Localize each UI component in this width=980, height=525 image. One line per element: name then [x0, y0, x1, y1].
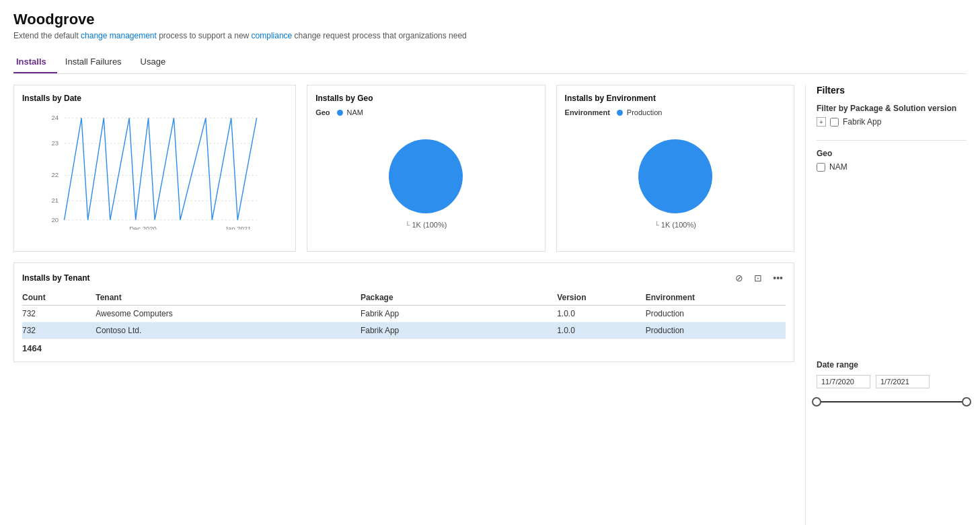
table-row[interactable]: 732 Contoso Ltd. Fabrik App 1.0.0 Produc… [22, 322, 786, 339]
expand-package-btn[interactable]: + [817, 117, 826, 127]
col-count: Count [22, 290, 96, 306]
filters-title: Filters [817, 85, 967, 96]
svg-text:20: 20 [52, 216, 59, 223]
env-legend-dot [617, 110, 623, 116]
geo-legend-dot [337, 110, 343, 116]
installs-by-geo-card: Installs by Geo Geo NAM └ 1K (100%) [307, 85, 545, 252]
svg-text:23: 23 [52, 139, 59, 147]
installs-by-tenant-section: Installs by Tenant ⊘ ⊡ ••• Count Tenant … [13, 262, 794, 362]
cell-version: 1.0.0 [557, 306, 646, 322]
cell-env: Production [646, 322, 786, 339]
col-tenant: Tenant [96, 290, 307, 306]
col-version: Version [557, 290, 646, 306]
table-row[interactable]: 732 Awesome Computers Fabrik App 1.0.0 P… [22, 306, 786, 322]
slider-track [817, 401, 967, 403]
cell-version: 1.0.0 [557, 322, 646, 339]
table-actions: ⊘ ⊡ ••• [732, 271, 786, 285]
cell-tenant: Awesome Computers [96, 306, 307, 322]
filters-sidebar: Filters Filter by Package & Solution ver… [805, 85, 967, 525]
cell-count: 732 [22, 322, 96, 339]
date-inputs [817, 375, 967, 388]
col-package: Package [307, 290, 557, 306]
slider-thumb-left[interactable] [812, 397, 821, 407]
cell-tenant: Contoso Ltd. [96, 322, 307, 339]
tab-install-failures[interactable]: Install Failures [63, 51, 133, 73]
geo-filter-title: Geo [817, 149, 967, 158]
svg-text:21: 21 [52, 197, 59, 204]
geo-checkbox[interactable] [817, 163, 825, 172]
cell-env: Production [646, 306, 786, 322]
installs-table: Count Tenant Package Version Environment… [22, 290, 786, 339]
date-range-slider [817, 395, 967, 409]
cell-count: 732 [22, 306, 96, 322]
date-start-input[interactable] [817, 375, 870, 388]
installs-by-date-card: Installs by Date 24 23 22 21 20 [13, 85, 296, 252]
svg-text:24: 24 [52, 114, 59, 121]
cell-package: Fabrik App [307, 322, 557, 339]
filter-button[interactable]: ⊘ [732, 271, 746, 285]
more-options-button[interactable]: ••• [770, 271, 786, 285]
app-title: Woodgrove [13, 11, 967, 28]
svg-point-13 [638, 139, 712, 213]
installs-by-geo-title: Installs by Geo [315, 94, 536, 103]
package-filter-item: + Fabrik App [817, 117, 967, 127]
geo-filter-item: NAM [817, 162, 967, 172]
col-environment: Environment [646, 290, 786, 306]
installs-by-env-title: Installs by Environment [565, 94, 786, 103]
date-range-section: Date range [817, 360, 967, 409]
table-title: Installs by Tenant [22, 273, 89, 283]
cell-package: Fabrik App [307, 306, 557, 322]
geo-legend: Geo NAM [315, 108, 536, 116]
tab-installs[interactable]: Installs [13, 51, 57, 73]
tab-usage[interactable]: Usage [138, 51, 177, 73]
svg-point-12 [389, 139, 463, 213]
env-pie-chart: └ 1K (100%) [565, 122, 786, 243]
date-end-input[interactable] [876, 375, 930, 388]
svg-text:22: 22 [52, 171, 59, 178]
env-legend: Environment Production [565, 108, 786, 116]
geo-filter-section: Geo NAM [817, 149, 967, 172]
installs-by-date-title: Installs by Date [22, 94, 287, 103]
package-filter-section: Filter by Package & Solution version + F… [817, 104, 967, 127]
package-filter-title: Filter by Package & Solution version [817, 104, 967, 113]
table-total: 1464 [22, 339, 786, 353]
line-chart: 24 23 22 21 20 [22, 108, 287, 230]
env-pie-label: └ 1K (100%) [654, 221, 696, 229]
expand-button[interactable]: ⊡ [751, 271, 765, 285]
tabs-bar: Installs Install Failures Usage [13, 51, 967, 74]
svg-text:Jan 2021: Jan 2021 [225, 225, 251, 230]
package-checkbox[interactable] [830, 118, 839, 127]
app-subtitle: Extend the default change management pro… [13, 31, 967, 40]
slider-thumb-right[interactable] [962, 397, 971, 407]
geo-pie-label: └ 1K (100%) [405, 221, 447, 229]
geo-pie-chart: └ 1K (100%) [315, 122, 536, 243]
package-label: Fabrik App [843, 117, 881, 127]
geo-label: NAM [829, 162, 847, 172]
date-range-title: Date range [817, 360, 967, 370]
installs-by-env-card: Installs by Environment Environment Prod… [556, 85, 794, 252]
table-header-row: Count Tenant Package Version Environment [22, 290, 786, 306]
svg-text:Dec 2020: Dec 2020 [129, 225, 157, 230]
table-header: Installs by Tenant ⊘ ⊡ ••• [22, 271, 786, 285]
